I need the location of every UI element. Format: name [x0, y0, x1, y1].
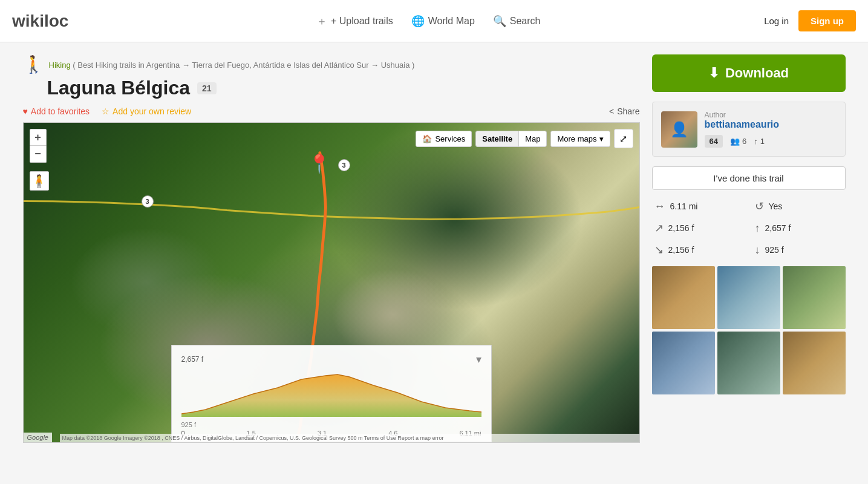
- following-icon: ↑: [754, 137, 758, 146]
- map-mode-group: Satellite Map: [475, 131, 547, 147]
- road-marker-1: 3: [142, 195, 154, 208]
- stat-ascent: ↗ 2,156 f: [654, 221, 743, 235]
- elev-min-label: 925 f: [181, 421, 196, 428]
- max-altitude-value: 2,657 f: [765, 223, 791, 233]
- download-label: Download: [725, 65, 789, 81]
- nav-world-map[interactable]: 🌐 World Map: [411, 15, 475, 28]
- author-info: Author bettianameaurio 64 👥 6 ↑ 1: [705, 111, 837, 148]
- following-count: 1: [760, 137, 765, 146]
- services-button[interactable]: 🏠 Services: [416, 131, 472, 147]
- map-background: 📍 3 3 + − 🧍 🏠 Services: [24, 123, 639, 442]
- chevron-down-icon: ▾: [599, 134, 604, 143]
- photo-thumb-3[interactable]: [783, 266, 846, 329]
- elevation-collapse-button[interactable]: ▾: [476, 353, 481, 366]
- elevation-max-label: 2,657 f: [181, 355, 204, 364]
- share-button[interactable]: < Share: [609, 106, 640, 116]
- stat-descent: ↘ 2,156 f: [654, 243, 743, 257]
- header: wikiloc ＋ + Upload trails 🌐 World Map 🔍 …: [0, 0, 868, 42]
- share-icon: <: [609, 106, 614, 116]
- ascent-value: 2,156 f: [668, 223, 694, 233]
- done-trail-button[interactable]: I've done this trail: [652, 166, 846, 190]
- logo-text: wikiloc: [12, 11, 68, 31]
- right-sidebar: ⬇ Download 👤 Author bettianameaurio 64 👥…: [652, 54, 846, 443]
- stat-max-altitude: ↑ 2,657 f: [755, 221, 843, 235]
- nav-search[interactable]: 🔍 Search: [493, 15, 541, 28]
- author-name-link[interactable]: bettianameaurio: [705, 119, 837, 130]
- descent-icon: ↘: [654, 243, 664, 257]
- download-icon: ⬇: [708, 65, 719, 81]
- zoom-out-button[interactable]: −: [30, 146, 47, 163]
- add-review-button[interactable]: ☆ Add your own review: [102, 106, 191, 116]
- fullscreen-button[interactable]: ⤢: [614, 129, 633, 148]
- search-icon: 🔍: [493, 15, 506, 28]
- stat-route-type: ↺ Yes: [755, 200, 843, 213]
- map-controls: + −: [30, 129, 47, 163]
- photo-thumb-5[interactable]: [717, 332, 780, 394]
- hiking-icon: 🚶: [23, 54, 44, 74]
- descent-value: 2,156 f: [668, 245, 694, 255]
- zoom-in-button[interactable]: +: [30, 129, 47, 146]
- breadcrumb: Hiking ( Best Hiking trails in Argentina…: [49, 60, 415, 70]
- title-row: Laguna Bélgica 21: [47, 77, 640, 99]
- services-label: Services: [435, 134, 465, 143]
- page-title: Laguna Bélgica: [47, 77, 191, 99]
- photo-thumb-2[interactable]: [717, 266, 780, 329]
- nav-world-map-label: World Map: [428, 16, 475, 27]
- signup-button[interactable]: Sign up: [798, 10, 856, 31]
- actions-left: ♥ Add to favorites ☆ Add your own review: [23, 106, 192, 116]
- house-icon: 🏠: [422, 134, 432, 143]
- share-label: Share: [617, 106, 639, 116]
- review-label: Add your own review: [113, 106, 191, 116]
- heart-icon: ♥: [23, 106, 28, 116]
- add-to-favorites-button[interactable]: ♥ Add to favorites: [23, 106, 90, 116]
- min-altitude-value: 925 f: [765, 245, 784, 255]
- route-type-value: Yes: [769, 201, 783, 211]
- globe-icon: 🌐: [411, 15, 425, 28]
- road-marker-2: 3: [338, 159, 350, 171]
- author-box: 👤 Author bettianameaurio 64 👥 6 ↑ 1: [652, 102, 846, 157]
- followers-icon: 👥: [730, 137, 740, 146]
- stat-distance: ↔ 6.11 mi: [654, 200, 743, 213]
- login-button[interactable]: Log in: [764, 16, 789, 26]
- main-nav: ＋ + Upload trails 🌐 World Map 🔍 Search: [93, 14, 764, 28]
- map-mode-button[interactable]: Map: [519, 131, 546, 146]
- author-following-stat: ↑ 1: [754, 137, 765, 146]
- star-icon: ☆: [102, 106, 109, 116]
- elevation-header: 2,657 f ▾: [181, 353, 481, 366]
- distance-value: 6.11 mi: [670, 201, 698, 211]
- followers-count: 6: [742, 137, 746, 146]
- google-attribution: Google: [24, 433, 52, 442]
- ascent-icon: ↗: [654, 221, 664, 235]
- distance-icon: ↔: [654, 200, 665, 213]
- favorites-label: Add to favorites: [31, 106, 90, 116]
- person-icon: 🧍: [31, 174, 47, 188]
- nav-upload-label: + Upload trails: [331, 16, 393, 27]
- street-view-button[interactable]: 🧍: [30, 171, 49, 191]
- elevation-overlay: 2,657 f ▾: [171, 345, 492, 442]
- author-stats: 64 👥 6 ↑ 1: [705, 135, 837, 148]
- author-followers-stat: 👥 6: [730, 137, 746, 146]
- logo[interactable]: wikiloc: [12, 11, 68, 31]
- more-maps-button[interactable]: More maps ▾: [550, 131, 610, 147]
- stat-min-altitude: ↓ 925 f: [755, 243, 843, 257]
- nav-search-label: Search: [510, 16, 541, 27]
- elevation-footer: 925 f 0: [181, 421, 481, 428]
- photo-thumb-4[interactable]: [652, 332, 715, 394]
- download-button[interactable]: ⬇ Download: [652, 54, 846, 92]
- more-maps-label: More maps: [557, 134, 596, 143]
- plus-icon: ＋: [316, 14, 327, 28]
- max-alt-icon: ↑: [755, 222, 760, 235]
- breadcrumb-row: 🚶 Hiking ( Best Hiking trails in Argenti…: [23, 54, 640, 74]
- breadcrumb-hiking[interactable]: Hiking: [49, 60, 71, 70]
- nav-upload-trails[interactable]: ＋ + Upload trails: [316, 14, 393, 28]
- fullscreen-icon: ⤢: [619, 133, 627, 145]
- satellite-mode-button[interactable]: Satellite: [476, 131, 519, 146]
- main-container: 🚶 Hiking ( Best Hiking trails in Argenti…: [11, 42, 858, 455]
- header-auth: Log in Sign up: [764, 10, 856, 31]
- waypoint-marker: 📍: [308, 153, 330, 174]
- photo-thumb-6[interactable]: [783, 332, 846, 394]
- stats-grid: ↔ 6.11 mi ↺ Yes ↗ 2,156 f ↑ 2,657 f ↘ 2,…: [652, 200, 846, 257]
- route-type-icon: ↺: [755, 200, 764, 213]
- photo-thumb-1[interactable]: [652, 266, 715, 329]
- author-label: Author: [705, 111, 837, 119]
